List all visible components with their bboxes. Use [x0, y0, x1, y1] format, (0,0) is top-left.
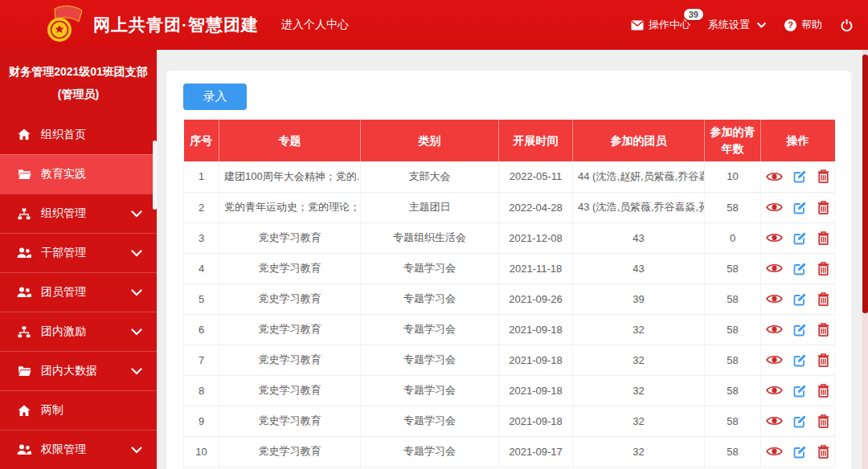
view-icon[interactable] [766, 385, 783, 396]
envelope-icon [631, 20, 644, 31]
sidebar-item-label: 干部管理 [41, 246, 131, 260]
action-center-menu[interactable]: 操作中心 39 [631, 18, 690, 32]
cell-youth_count: 58 [705, 436, 761, 467]
chevron-down-icon [131, 210, 142, 218]
edit-icon[interactable] [793, 384, 807, 398]
edit-icon[interactable] [793, 323, 807, 336]
cell-category: 主题团日 [361, 192, 499, 222]
table-row: 2党的青年运动史；党的理论；...主题团日2022-04-2843 (沈浩,员紫… [184, 192, 835, 222]
chevron-down-icon [131, 328, 142, 336]
cell-members: 32 [573, 436, 705, 467]
edit-icon[interactable] [793, 231, 807, 245]
view-icon[interactable] [766, 354, 783, 365]
cell-category: 专题学习会 [361, 314, 499, 345]
cell-actions [761, 375, 835, 406]
table-row: 9党史学习教育专题学习会2021-09-183258 [184, 406, 835, 436]
sidebar-item-干部管理[interactable]: 干部管理 [0, 233, 157, 272]
cell-seq: 5 [184, 283, 219, 314]
edit-icon[interactable] [793, 262, 807, 275]
cell-date: 2021-09-26 [499, 283, 573, 314]
sidebar-item-团员管理[interactable]: 团员管理 [0, 272, 157, 312]
edit-icon[interactable] [793, 414, 807, 428]
column-header: 序号 [184, 120, 219, 161]
sitemap-icon [17, 208, 31, 220]
cell-date: 2022-05-11 [499, 161, 573, 192]
delete-icon[interactable] [817, 292, 829, 306]
delete-icon[interactable] [817, 262, 829, 275]
delete-icon[interactable] [817, 414, 829, 428]
cell-actions [761, 345, 835, 375]
cell-topic: 党史学习教育 [219, 375, 361, 406]
delete-icon[interactable] [817, 231, 829, 245]
cell-seq: 7 [184, 345, 219, 375]
sidebar-scrollbar-thumb[interactable] [153, 141, 157, 210]
personal-center-link[interactable]: 进入个人中心 [281, 18, 349, 32]
system-settings-menu[interactable]: 系统设置 [708, 18, 767, 32]
view-icon[interactable] [766, 232, 783, 243]
cell-actions [761, 161, 835, 192]
cell-topic: 党史学习教育 [219, 406, 361, 436]
activity-table: 序号专题类别开展时间参加的团员参加的青年数操作 1建团100周年大会精神；党的.… [183, 120, 835, 467]
view-icon[interactable] [766, 324, 783, 335]
home-icon [17, 128, 31, 141]
view-icon[interactable] [766, 171, 783, 182]
table-row: 1建团100周年大会精神；党的...支部大会2022-05-1144 (沈浩,赵… [184, 161, 835, 192]
delete-icon[interactable] [817, 384, 829, 398]
cell-date: 2021-12-08 [499, 222, 573, 253]
sidebar-item-label: 权限管理 [41, 442, 131, 457]
cell-topic: 党史学习教育 [219, 253, 361, 283]
view-icon[interactable] [766, 446, 783, 457]
delete-icon[interactable] [817, 169, 829, 183]
cell-members: 43 (沈浩,员紫薇,乔谷嘉焱,孙... [573, 192, 705, 222]
help-label: 帮助 [801, 18, 822, 32]
delete-icon[interactable] [817, 353, 829, 367]
delete-icon[interactable] [817, 323, 829, 336]
table-row: 10党史学习教育专题学习会2021-09-173258 [184, 436, 835, 467]
main-content: 录入 序号专题类别开展时间参加的团员参加的青年数操作 1建团100周年大会精神；… [157, 50, 862, 469]
cell-youth_count: 58 [705, 375, 761, 406]
cell-youth_count: 58 [705, 192, 761, 222]
page-scrollbar-thumb[interactable] [862, 55, 868, 313]
view-icon[interactable] [766, 202, 783, 213]
sidebar-item-组织管理[interactable]: 组织管理 [0, 194, 157, 233]
view-icon[interactable] [766, 293, 783, 304]
view-icon[interactable] [766, 415, 783, 426]
edit-icon[interactable] [793, 169, 807, 183]
edit-icon[interactable] [793, 201, 807, 214]
sidebar-item-权限管理[interactable]: 权限管理 [0, 430, 157, 469]
cell-members: 39 [573, 283, 705, 314]
sidebar-item-label: 团内大数据 [41, 364, 131, 378]
logout-button[interactable] [840, 18, 854, 32]
cell-actions [761, 406, 835, 436]
sidebar-item-团内大数据[interactable]: 团内大数据 [0, 351, 157, 390]
power-icon [840, 18, 854, 32]
sidebar-item-两制[interactable]: 两制 [0, 390, 157, 430]
top-header: 网上共青团·智慧团建 进入个人中心 操作中心 39 系统设置 ? 帮助 [0, 0, 868, 50]
users-icon [17, 247, 31, 259]
sidebar-item-label: 组织管理 [41, 206, 131, 221]
delete-icon[interactable] [817, 445, 829, 459]
view-icon[interactable] [766, 263, 783, 274]
delete-icon[interactable] [817, 201, 829, 214]
cell-category: 专题学习会 [361, 283, 499, 314]
help-menu[interactable]: ? 帮助 [784, 18, 822, 32]
page-scrollbar-track[interactable] [862, 50, 868, 469]
sidebar-item-教育实践[interactable]: 教育实践 [0, 154, 157, 194]
edit-icon[interactable] [793, 292, 807, 306]
action-center-label: 操作中心 [649, 18, 690, 32]
table-row: 4党史学习教育专题学习会2021-11-184358 [184, 253, 835, 283]
table-row: 7党史学习教育专题学习会2021-09-183258 [184, 345, 835, 375]
cell-youth_count: 10 [705, 161, 761, 192]
edit-icon[interactable] [793, 353, 807, 367]
column-header: 参加的青年数 [705, 120, 761, 161]
table-body: 1建团100周年大会精神；党的...支部大会2022-05-1144 (沈浩,赵… [184, 161, 835, 467]
edit-icon[interactable] [793, 445, 807, 459]
cell-seq: 10 [184, 436, 219, 467]
sidebar-item-组织首页[interactable]: 组织首页 [0, 115, 157, 154]
sidebar-item-团内激励[interactable]: 团内激励 [0, 312, 157, 351]
sidebar-item-label: 组织首页 [41, 128, 142, 142]
app-title: 网上共青团·智慧团建 [93, 14, 259, 36]
cell-youth_count: 58 [705, 283, 761, 314]
cell-date: 2021-09-17 [499, 436, 573, 467]
entry-button[interactable]: 录入 [183, 84, 247, 110]
